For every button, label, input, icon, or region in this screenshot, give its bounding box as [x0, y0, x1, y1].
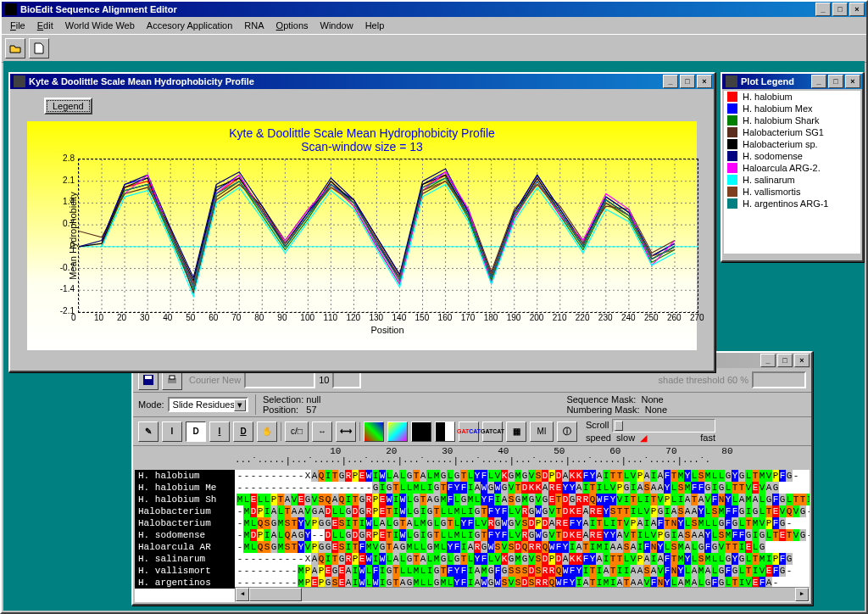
scroll-left-button[interactable]: ◂ — [236, 588, 249, 601]
tool-cd[interactable]: c/□ — [285, 421, 309, 442]
legend-window-icon — [726, 75, 737, 87]
legend-maximize-button[interactable]: □ — [828, 75, 843, 88]
tool-d-active[interactable]: D — [186, 421, 206, 442]
plot-titlebar[interactable]: Kyte & Doolittle Scale Mean Hydrophobici… — [10, 74, 714, 89]
sequence-row[interactable]: -MDPIALQAGY--DLLGDGRPETIWLGIGTLLMLIGTFYF… — [236, 529, 810, 541]
app-titlebar[interactable]: BioEdit Sequence Alignment Editor _ □ × — [2, 2, 866, 17]
x-tick: 130 — [369, 313, 383, 322]
legend-item[interactable]: H. sodomense — [724, 150, 860, 162]
sequence-name[interactable]: Haloarcula AR — [135, 541, 235, 553]
sequence-body[interactable]: ----------XAQITGRPEWIWLALGTALMGLGTLYFLVK… — [235, 470, 810, 589]
legend-item[interactable]: Halobacterium SG1 — [724, 126, 860, 138]
menu-file[interactable]: File — [5, 19, 31, 32]
legend-item[interactable]: H. halobium Mex — [724, 103, 860, 114]
legend-item[interactable]: H. vallismortis — [724, 186, 860, 198]
tool-hand[interactable]: ✋ — [257, 421, 277, 442]
minimize-button[interactable]: _ — [815, 3, 831, 16]
sequence-row[interactable]: ---------MPAPEGEAIWLFIGTLLMLIGTFYFIAMGFG… — [236, 565, 810, 577]
legend-item[interactable]: Haloarcula ARG-2. — [724, 162, 860, 174]
menu-rna[interactable]: RNA — [239, 19, 269, 32]
menu-accessory[interactable]: Accesory Application — [142, 19, 238, 32]
menubar: File Edit World Wide Web Accesory Applic… — [2, 17, 866, 34]
sequence-name[interactable]: H. sodomense — [135, 529, 235, 541]
tool-d-under[interactable]: D — [233, 421, 253, 442]
menu-www[interactable]: World Wide Web — [60, 19, 140, 32]
menu-window[interactable]: Window — [315, 19, 359, 32]
tool-i[interactable]: I — [162, 421, 182, 442]
new-button[interactable] — [29, 38, 49, 59]
tool-gap[interactable]: ⟷ — [336, 421, 356, 442]
seq-minimize-button[interactable]: _ — [760, 354, 776, 367]
maximize-button[interactable]: □ — [832, 3, 848, 16]
scroll-label: Scroll — [586, 420, 609, 430]
sequence-name[interactable]: H. vallismort — [135, 565, 235, 577]
menu-options[interactable]: Options — [271, 19, 314, 32]
mode-select[interactable]: Slide Residues ▾ — [168, 397, 248, 412]
tool-color1[interactable] — [364, 421, 384, 442]
fast-label: fast — [700, 433, 715, 443]
sequence-name[interactable]: Halobacterium — [135, 517, 235, 529]
save-button[interactable] — [138, 370, 159, 390]
legend-titlebar[interactable]: Plot Legend _ □ × — [722, 74, 862, 89]
menu-edit[interactable]: Edit — [32, 19, 58, 32]
menu-help[interactable]: Help — [360, 19, 390, 32]
tool-scroll[interactable]: ▦ — [506, 421, 526, 442]
sequence-name[interactable]: H. halobium Me — [135, 482, 235, 494]
sequence-name[interactable]: H. halobium — [135, 470, 235, 482]
close-button[interactable]: × — [849, 3, 865, 16]
sequence-row[interactable]: -MLQSGMSTYVPGGESITFMVGTAGMLLGMLYFIARGWSV… — [236, 541, 810, 553]
tool-half[interactable] — [435, 421, 455, 442]
legend-item[interactable]: H. halobium Shark — [724, 114, 860, 126]
printer-icon — [166, 375, 178, 385]
legend-button[interactable]: Legend — [44, 98, 92, 114]
x-tick: 20 — [117, 313, 126, 322]
scroll-thumb[interactable] — [249, 588, 302, 601]
sequence-row[interactable]: -MLQSGMSTYVPGGESITIWLALGTALMGLGTLYFLVRGW… — [236, 517, 810, 529]
sequence-name[interactable]: Halobacterium — [135, 505, 235, 517]
plot-close-button[interactable]: × — [697, 75, 712, 88]
plot-minimize-button[interactable]: _ — [663, 75, 678, 88]
tool-cat1[interactable]: GATCAT — [459, 421, 479, 442]
tool-arrows[interactable]: ↔ — [312, 421, 332, 442]
tool-edit[interactable]: ✎ — [138, 421, 159, 442]
x-tick: 120 — [346, 313, 360, 322]
x-tick: 30 — [140, 313, 149, 322]
tool-i-under[interactable]: I — [209, 421, 230, 442]
chart-subtitle: Scan-window size = 13 — [27, 140, 697, 154]
legend-minimize-button[interactable]: _ — [811, 75, 826, 88]
tool-info[interactable]: ⓘ — [557, 421, 577, 442]
legend-item[interactable]: H. argentinos ARG-1 — [724, 198, 860, 209]
x-tick-labels: 0102030405060708090100110120130140150160… — [78, 313, 697, 325]
seq-close-button[interactable]: × — [794, 354, 810, 367]
tool-mono[interactable] — [411, 421, 431, 442]
mode-label: Mode: — [138, 399, 164, 410]
sequence-name[interactable]: H. salinarum — [135, 553, 235, 565]
legend-item[interactable]: Halobacterium sp. — [724, 138, 860, 150]
chart-title: Kyte & Doolittle Scale Mean Hydrophobici… — [27, 121, 697, 140]
horizontal-scrollbar[interactable]: ◂ ▸ — [235, 587, 810, 602]
sequence-row[interactable]: -MDPIALTAAVGADLLGDGRPETIWLGIGTLLMLIGTFYF… — [236, 505, 810, 517]
sequence-name-column[interactable]: H. halobiumH. halobium MeH. halobium ShH… — [135, 470, 235, 589]
print-button[interactable] — [162, 370, 182, 390]
scroll-right-button[interactable]: ▸ — [795, 588, 809, 601]
sequence-name[interactable]: H. argentinos — [135, 577, 235, 589]
legend-item[interactable]: H. halobium — [724, 91, 860, 103]
tool-mi[interactable]: MI — [530, 421, 554, 442]
open-button[interactable] — [5, 38, 25, 59]
seq-maximize-button[interactable]: □ — [777, 354, 793, 367]
tool-cat2[interactable]: GATCAT — [482, 421, 503, 442]
font-size-display: 10 — [319, 375, 329, 385]
sequence-row[interactable]: ----------XAQITGRPEWIWLALGTALMGLGTLYFLVK… — [236, 470, 810, 482]
legend-item[interactable]: H. salinarum — [724, 174, 860, 186]
sequence-name[interactable]: H. halobium Sh — [135, 494, 235, 505]
scroll-slider[interactable] — [612, 419, 715, 433]
sequence-row[interactable]: ----------XAQITGRPEWIWLALGTALMGLGTLYFLVK… — [236, 553, 810, 565]
legend-window: Plot Legend _ □ × H. halobiumH. halobium… — [721, 72, 864, 262]
legend-close-button[interactable]: × — [845, 75, 860, 88]
sequence-view[interactable]: H. halobiumH. halobium MeH. halobium ShH… — [135, 470, 810, 602]
sequence-row[interactable]: --------------------GIGTLLMLIGTFYFIAWGWG… — [236, 482, 810, 494]
plot-maximize-button[interactable]: □ — [680, 75, 695, 88]
legend-swatch — [727, 115, 737, 126]
sequence-row[interactable]: MLELLPTAVEGVSQAQITGRPEWIWLGTAGMFLGMLYFIA… — [236, 494, 810, 505]
tool-color2[interactable] — [387, 421, 408, 442]
